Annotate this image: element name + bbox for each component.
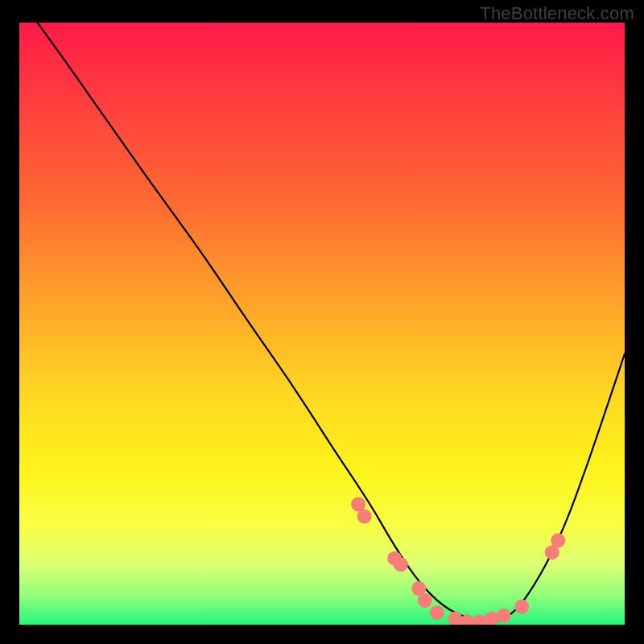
plot-area [19,23,625,625]
data-marker [514,600,529,614]
chart-svg [19,23,625,625]
data-marker [497,609,511,623]
watermark-text: TheBottleneck.com [480,3,634,24]
data-marker [551,533,565,547]
bottleneck-curve-path [38,23,625,623]
data-marker [430,605,444,620]
data-marker [357,509,372,523]
chart-frame: TheBottleneck.com [0,0,644,644]
marker-group [351,497,565,625]
data-marker [394,557,408,572]
data-marker [418,593,432,608]
data-marker [485,612,499,625]
